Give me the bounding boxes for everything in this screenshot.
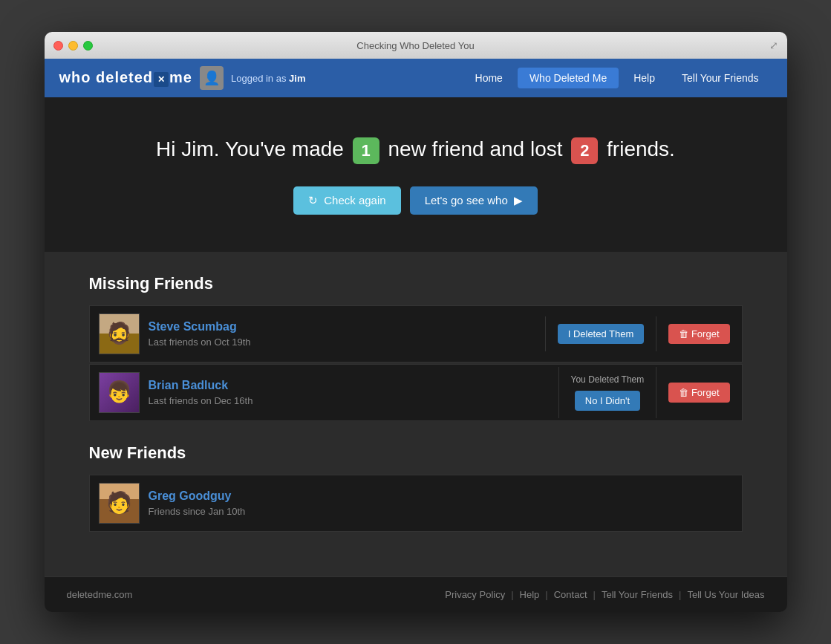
nav-links: Home Who Deleted Me Help Tell Your Frien… bbox=[462, 59, 772, 97]
forget-cell: 🗑 Forget bbox=[656, 367, 741, 418]
check-again-button[interactable]: ↻ Check again bbox=[293, 186, 400, 215]
friend-info: 👦 Brian Badluck Last friends on Dec 16th bbox=[90, 365, 558, 420]
friend-date: Last friends on Oct 19th bbox=[149, 336, 251, 348]
friend-details: Brian Badluck Last friends on Dec 16th bbox=[149, 379, 253, 406]
missing-friends-title: Missing Friends bbox=[89, 274, 743, 293]
footer-sep-4: | bbox=[679, 589, 681, 600]
user-avatar: 👤 bbox=[200, 66, 224, 90]
footer-privacy-policy[interactable]: Privacy Policy bbox=[445, 589, 505, 600]
nav-tell-friends[interactable]: Tell Your Friends bbox=[668, 59, 772, 97]
footer-tell-friends-link[interactable]: Tell Your Friends bbox=[602, 589, 673, 600]
hero-section: Hi Jim. You've made 1 new friend and los… bbox=[45, 97, 787, 252]
footer-contact-link[interactable]: Contact bbox=[554, 589, 587, 600]
minimize-button[interactable] bbox=[68, 41, 78, 51]
titlebar: Checking Who Deleted You ⤢ bbox=[45, 32, 787, 59]
fullscreen-button[interactable] bbox=[83, 41, 93, 51]
deleted-them-cell: You Deleted Them No I Didn't bbox=[558, 367, 656, 418]
deleted-them-label: You Deleted Them bbox=[571, 374, 645, 385]
forget-button[interactable]: 🗑 Forget bbox=[668, 383, 729, 403]
new-friends-title: New Friends bbox=[89, 443, 743, 463]
login-label: Logged in as Jim bbox=[231, 73, 305, 84]
friend-details: Greg Goodguy Friends since Jan 10th bbox=[149, 489, 246, 517]
avatar: 👦 bbox=[99, 372, 140, 413]
traffic-lights bbox=[53, 41, 93, 51]
friend-date: Last friends on Dec 16th bbox=[149, 395, 253, 406]
footer-brand: deletedme.com bbox=[67, 589, 133, 600]
footer-sep-1: | bbox=[511, 589, 513, 600]
content-area: Missing Friends 🧔 Steve Scumbag Last fri… bbox=[45, 252, 787, 576]
footer-ideas-link[interactable]: Tell Us Your Ideas bbox=[687, 589, 764, 600]
main-content: Hi Jim. You've made 1 new friend and los… bbox=[45, 97, 787, 612]
table-row: 👦 Brian Badluck Last friends on Dec 16th… bbox=[89, 364, 743, 421]
avatar: 🧑 bbox=[99, 483, 140, 524]
forget-cell: 🗑 Forget bbox=[656, 316, 741, 351]
nav-home[interactable]: Home bbox=[462, 59, 516, 97]
new-friends-list: 🧑 Greg Goodguy Friends since Jan 10th bbox=[89, 475, 743, 532]
friend-details: Steve Scumbag Last friends on Oct 19th bbox=[149, 320, 251, 348]
friend-date: Friends since Jan 10th bbox=[149, 506, 246, 517]
friend-name[interactable]: Greg Goodguy bbox=[149, 489, 246, 503]
footer-links: Privacy Policy | Help | Contact | Tell Y… bbox=[445, 589, 764, 600]
resize-icon[interactable]: ⤢ bbox=[769, 39, 778, 51]
friend-actions: I Deleted Them 🗑 Forget bbox=[545, 316, 742, 351]
footer-sep-2: | bbox=[545, 589, 547, 600]
friend-info: 🧑 Greg Goodguy Friends since Jan 10th bbox=[90, 475, 742, 531]
arrow-right-icon: ▶ bbox=[514, 194, 523, 207]
lost-friends-badge: 2 bbox=[571, 137, 598, 164]
no-i-didnt-button[interactable]: No I Didn't bbox=[575, 391, 640, 411]
lets-go-see-who-button[interactable]: Let's go see who ▶ bbox=[410, 186, 538, 215]
close-button[interactable] bbox=[53, 41, 63, 51]
hero-message: Hi Jim. You've made 1 new friend and los… bbox=[59, 134, 772, 164]
window-title: Checking Who Deleted You bbox=[356, 40, 474, 51]
footer-help-link[interactable]: Help bbox=[520, 589, 540, 600]
i-deleted-them-cell: I Deleted Them bbox=[545, 316, 656, 351]
i-deleted-them-button[interactable]: I Deleted Them bbox=[558, 324, 645, 344]
brand: who deleted✕me 👤 Logged in as Jim bbox=[59, 66, 462, 90]
new-friends-section: New Friends 🧑 Greg Goodguy Friends since… bbox=[89, 443, 743, 532]
brand-logo: who deleted✕me bbox=[59, 69, 192, 87]
app-window: Checking Who Deleted You ⤢ who deleted✕m… bbox=[45, 32, 787, 612]
table-row: 🧑 Greg Goodguy Friends since Jan 10th bbox=[89, 475, 743, 532]
footer: deletedme.com Privacy Policy | Help | Co… bbox=[45, 576, 787, 612]
friend-actions: You Deleted Them No I Didn't 🗑 Forget bbox=[558, 367, 742, 418]
new-friends-badge: 1 bbox=[353, 137, 379, 164]
nav-who-deleted-me[interactable]: Who Deleted Me bbox=[518, 68, 619, 88]
footer-sep-3: | bbox=[593, 589, 596, 600]
friend-name[interactable]: Brian Badluck bbox=[149, 379, 253, 392]
friend-info: 🧔 Steve Scumbag Last friends on Oct 19th bbox=[90, 306, 545, 362]
nav-help[interactable]: Help bbox=[620, 59, 668, 97]
friend-name[interactable]: Steve Scumbag bbox=[149, 320, 251, 334]
x-icon: ✕ bbox=[154, 72, 169, 87]
table-row: 🧔 Steve Scumbag Last friends on Oct 19th… bbox=[89, 305, 743, 362]
trash-icon: 🗑 bbox=[679, 387, 688, 398]
forget-button[interactable]: 🗑 Forget bbox=[668, 324, 729, 344]
avatar: 🧔 bbox=[99, 313, 140, 354]
navbar: who deleted✕me 👤 Logged in as Jim Home W… bbox=[45, 59, 787, 97]
hero-buttons: ↻ Check again Let's go see who ▶ bbox=[59, 186, 772, 215]
missing-friends-section: Missing Friends 🧔 Steve Scumbag Last fri… bbox=[89, 274, 743, 421]
missing-friends-list: 🧔 Steve Scumbag Last friends on Oct 19th… bbox=[89, 305, 743, 421]
trash-icon: 🗑 bbox=[679, 328, 688, 339]
refresh-icon: ↻ bbox=[308, 194, 318, 207]
